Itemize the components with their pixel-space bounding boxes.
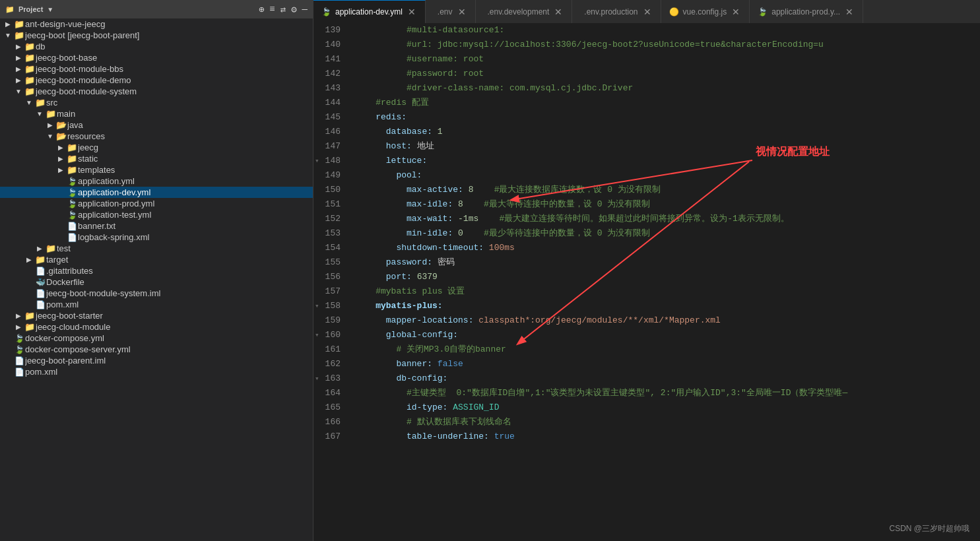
tree-item-jeecg-boot[interactable]: ▼ 📁 jeecg-boot [jeecg-boot-parent]	[0, 30, 313, 41]
tab-env-development[interactable]: .env.development ✕	[476, 0, 573, 23]
code-line-142: #password: root	[350, 67, 980, 81]
code-content[interactable]: #multi-datasource1: #url: jdbc:mysql://l…	[350, 23, 980, 541]
code-line-147: host: 地址	[350, 139, 980, 154]
line-number-149: 149	[313, 168, 344, 183]
file-icon: 📄	[66, 221, 78, 231]
tab-close-icon[interactable]: ✕	[642, 7, 653, 17]
tree-item-dockerfile[interactable]: 🐳 Dockerfile	[0, 276, 313, 288]
tree-item-jeecg-boot-module-system[interactable]: ▼ 📁 jeecg-boot-module-system	[0, 86, 313, 97]
tab-close-icon[interactable]: ✕	[844, 7, 855, 17]
file-icon: 📄	[13, 356, 25, 366]
tab-icon: 🍃	[758, 7, 768, 16]
line-number-143: 143	[313, 81, 344, 96]
tab-icon: 🍃	[321, 7, 331, 16]
arrow-icon: ▶	[13, 312, 24, 319]
tree-item-docker-compose-yml[interactable]: 🍃 docker-compose.yml	[0, 333, 313, 344]
tree-item-db[interactable]: ▶ 📁 db	[0, 41, 313, 52]
tree-item-src[interactable]: ▼ 📁 src	[0, 97, 313, 108]
tree-item-jeecg-boot-base[interactable]: ▶ 📁 jeecg-boot-base	[0, 52, 313, 63]
tree-label: jeecg-boot-module-demo	[36, 75, 313, 85]
tree-label: jeecg-boot-module-bbs	[36, 64, 313, 74]
tab-close-icon[interactable]: ✕	[457, 7, 467, 17]
tab-application-prod[interactable]: 🍃 application-prod.y... ✕	[750, 0, 863, 23]
tab-env[interactable]: .env ✕	[426, 0, 476, 23]
code-line-162: banner: false	[350, 357, 980, 371]
tree-item-jeecg-boot-parent-iml[interactable]: 📄 jeecg-boot-parent.iml	[0, 355, 313, 366]
tree-item-jeecg-cloud-module[interactable]: ▶ 📁 jeecg-cloud-module	[0, 321, 313, 333]
tab-close-icon[interactable]: ✕	[553, 7, 564, 17]
expand-icon[interactable]: ⇄	[280, 4, 286, 15]
tabs-bar: 🍃 application-dev.yml ✕ .env ✕ .env.deve…	[313, 0, 980, 23]
collapse-all-icon[interactable]: ≡	[269, 4, 275, 15]
tree-item-logback-xml[interactable]: 📄 logback-spring.xml	[0, 232, 313, 243]
tree-item-jeecg-boot-starter[interactable]: ▶ 📁 jeecg-boot-starter	[0, 310, 313, 321]
tree-item-application-test-yml[interactable]: 🍃 application-test.yml	[0, 209, 313, 220]
tree-item-jeecg-boot-module-bbs[interactable]: ▶ 📁 jeecg-boot-module-bbs	[0, 63, 313, 75]
file-icon: 📁	[34, 98, 46, 108]
settings-icon[interactable]: ⚙	[291, 4, 296, 15]
file-icon: 📁	[34, 255, 46, 265]
minimize-icon[interactable]: —	[302, 4, 308, 15]
code-line-165: id-type: ASSIGN_ID	[350, 400, 980, 415]
tree-item-docker-compose-server-yml[interactable]: 🍃 docker-compose-server.yml	[0, 344, 313, 355]
line-number-161: 161	[313, 342, 344, 357]
tab-application-dev[interactable]: 🍃 application-dev.yml ✕	[313, 0, 426, 23]
tree-item-banner-txt[interactable]: 📄 banner.txt	[0, 220, 313, 232]
tab-env-production[interactable]: .env.production ✕	[572, 0, 661, 23]
file-icon: 📁	[24, 53, 36, 63]
line-number-140: 140	[313, 38, 344, 52]
code-line-149: pool:	[350, 168, 980, 183]
code-line-144: #redis 配置	[350, 96, 980, 110]
arrow-icon: ▶	[34, 245, 45, 252]
code-line-167: table-underline: true	[350, 430, 980, 444]
sync-icon[interactable]: ⊕	[259, 4, 264, 15]
file-icon: 📁	[24, 64, 36, 74]
tree-item-gitattributes[interactable]: 📄 .gitattributes	[0, 265, 313, 276]
tree-item-resources[interactable]: ▼ 📂 resources	[0, 131, 313, 142]
tree-item-target[interactable]: ▶ 📁 target	[0, 254, 313, 265]
tree-item-pom-xml[interactable]: 📄 pom.xml	[0, 299, 313, 310]
code-editor[interactable]: 1391401411421431441451461471481491501511…	[313, 23, 980, 541]
tree-item-application-prod-yml[interactable]: 🍃 application-prod.yml	[0, 198, 313, 209]
line-number-159: 159	[313, 313, 344, 328]
tree-item-templates[interactable]: ▶ 📁 templates	[0, 164, 313, 175]
tab-close-icon[interactable]: ✕	[407, 7, 417, 17]
line-number-156: 156	[313, 270, 344, 284]
tree-item-application-yml[interactable]: 🍃 application.yml	[0, 175, 313, 187]
tree-label: jeecg-boot-starter	[36, 311, 313, 321]
tree-item-main[interactable]: ▼ 📁 main	[0, 108, 313, 119]
line-number-151: 151	[313, 197, 344, 212]
tree-item-static[interactable]: ▶ 📁 static	[0, 153, 313, 164]
tree-item-ant-design[interactable]: ▶ 📁 ant-design-vue-jeecg	[0, 18, 313, 30]
arrow-icon: ▼	[3, 32, 13, 39]
tree-item-application-dev-yml[interactable]: 🍃 application-dev.yml	[0, 187, 313, 198]
arrow-icon: ▼	[34, 110, 45, 117]
dropdown-icon[interactable]: ▼	[47, 6, 53, 13]
file-icon: 📁	[13, 30, 25, 40]
arrow-icon: ▶	[55, 144, 66, 151]
file-icon: 📁	[66, 143, 78, 152]
tab-vue-config[interactable]: 🟡 vue.config.js ✕	[661, 0, 750, 23]
arrow-icon: ▼	[45, 133, 55, 140]
file-icon: 📁	[24, 75, 36, 85]
tree-item-java[interactable]: ▶ 📂 java	[0, 119, 313, 131]
tree-item-test[interactable]: ▶ 📁 test	[0, 243, 313, 254]
code-line-160: global-config:	[350, 328, 980, 342]
file-icon: 🍃	[13, 344, 25, 354]
tree-label: jeecg-cloud-module	[36, 322, 313, 332]
tree-item-jeecg[interactable]: ▶ 📁 jeecg	[0, 142, 313, 153]
tab-close-icon[interactable]: ✕	[731, 7, 741, 17]
code-line-166: # 默认数据库表下划线命名	[350, 415, 980, 430]
tree-label: static	[78, 154, 313, 164]
tree-item-iml-system[interactable]: 📄 jeecg-boot-module-system.iml	[0, 288, 313, 299]
tree-item-jeecg-boot-module-demo[interactable]: ▶ 📁 jeecg-boot-module-demo	[0, 75, 313, 86]
arrow-icon: ▶	[13, 65, 24, 73]
line-number-153: 153	[313, 226, 344, 241]
tree-item-pom-root[interactable]: 📄 pom.xml	[0, 366, 313, 377]
tree-label: jeecg-boot-module-system	[36, 86, 313, 96]
file-icon: 📁	[66, 165, 78, 175]
code-line-148: lettuce:	[350, 154, 980, 168]
file-icon: 📁	[66, 154, 78, 164]
tree-label: pom.xml	[25, 367, 313, 377]
file-icon: 📁	[45, 243, 57, 253]
